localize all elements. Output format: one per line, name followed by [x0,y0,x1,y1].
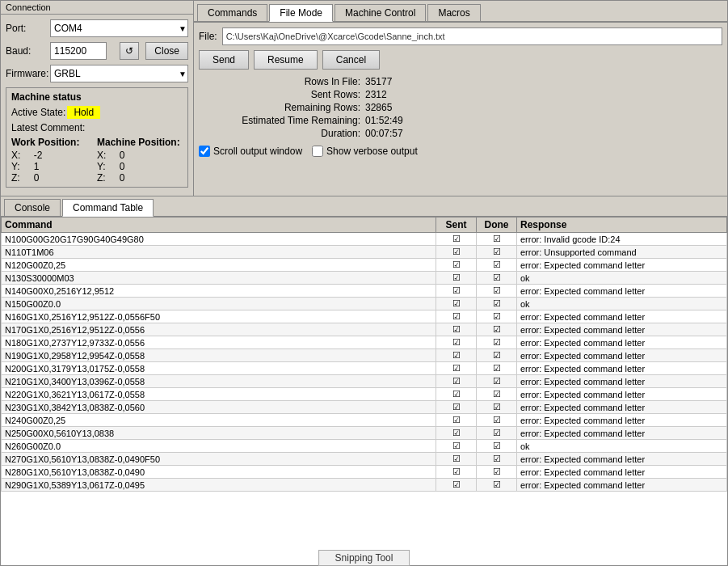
firmware-row: Firmware: GRBL ▼ [6,65,188,82]
cancel-button[interactable]: Cancel [322,50,380,70]
tab-console[interactable]: Console [4,199,61,216]
machine-z-label: Z: [97,172,120,184]
cell-response: error: Expected command letter [517,401,727,414]
cell-done: ☑ [477,427,517,440]
machine-z-value: 0 [120,172,183,184]
cell-response: error: Expected command letter [517,375,727,388]
cell-done: ☑ [477,479,517,492]
connection-title: Connection [1,1,193,15]
cell-response: error: Expected command letter [517,427,727,440]
table-row: N140G00X0,2516Y12,9512 ☑ ☑ error: Expect… [2,285,727,298]
cell-command: N200G1X0,3179Y13,0175Z-0,0558 [2,362,436,375]
table-row: N190G1X0,2958Y12,9954Z-0,0558 ☑ ☑ error:… [2,349,727,362]
left-panel: Connection Port: COM4 ▼ Baud: ↺ Close [0,0,194,196]
cell-sent: ☑ [436,323,477,336]
sent-rows-value: 2312 [365,89,387,100]
cell-done: ☑ [477,453,517,466]
send-button[interactable]: Send [199,50,249,70]
tab-macros[interactable]: Macros [427,4,480,21]
cell-response: error: Expected command letter [517,453,727,466]
work-x-label: X: [11,150,34,161]
cell-command: N280G1X0,5610Y13,0838Z-0,0490 [2,466,436,479]
refresh-button[interactable]: ↺ [120,42,139,60]
estimated-time-value: 01:52:49 [365,115,403,126]
port-label: Port: [6,23,50,34]
cell-command: N260G00Z0.0 [2,440,436,453]
cell-sent: ☑ [436,466,477,479]
command-table: Command Sent Done Response N100G00G20G17… [1,217,727,492]
cell-command: N240G00Z0,25 [2,414,436,427]
scroll-output-checkbox[interactable] [199,146,210,157]
table-row: N200G1X0,3179Y13,0175Z-0,0558 ☑ ☑ error:… [2,362,727,375]
tab-file-mode[interactable]: File Mode [269,4,333,22]
resume-button[interactable]: Resume [254,50,318,70]
table-row: N160G1X0,2516Y12,9512Z-0,0556F50 ☑ ☑ err… [2,310,727,323]
table-row: N100G00G20G17G90G40G49G80 ☑ ☑ error: Inv… [2,233,727,246]
table-row: N220G1X0,3621Y13,0617Z-0,0558 ☑ ☑ error:… [2,388,727,401]
cell-sent: ☑ [436,375,477,388]
rows-in-file-row: Rows In File: 35177 [199,76,722,87]
cell-sent: ☑ [436,285,477,298]
port-select[interactable]: COM4 [50,19,188,37]
cell-done: ☑ [477,272,517,285]
tab-command-table[interactable]: Command Table [62,199,154,217]
cell-done: ☑ [477,414,517,427]
stats-grid: Rows In File: 35177 Sent Rows: 2312 Rema… [199,76,722,139]
cell-command: N170G1X0,2516Y12,9512Z-0,0556 [2,323,436,336]
work-position-header: Work Position: [11,137,97,148]
cell-response: error: Expected command letter [517,285,727,298]
port-select-wrapper: COM4 ▼ [50,19,188,37]
cell-done: ☑ [477,362,517,375]
col-command: Command [2,218,436,233]
cell-response: error: Expected command letter [517,259,727,272]
command-table-container[interactable]: Command Sent Done Response N100G00G20G17… [1,217,727,565]
remaining-rows-row: Remaining Rows: 32865 [199,102,722,113]
duration-row: Duration: 00:07:57 [199,128,722,139]
cell-sent: ☑ [436,388,477,401]
close-button[interactable]: Close [145,42,188,60]
cell-command: N210G1X0,3400Y13,0396Z-0,0558 [2,375,436,388]
table-row: N280G1X0,5610Y13,0838Z-0,0490 ☑ ☑ error:… [2,466,727,479]
firmware-select[interactable]: GRBL [50,65,188,82]
positions-header: Work Position: Machine Position: [11,137,183,148]
baud-input[interactable] [50,42,107,60]
cell-sent: ☑ [436,479,477,492]
work-y-label: Y: [11,161,34,172]
cell-sent: ☑ [436,349,477,362]
y-position-row: Y: 1 Y: 0 [11,161,183,172]
active-state-value: Hold [67,106,100,119]
file-path-input[interactable] [222,27,722,45]
connection-content: Port: COM4 ▼ Baud: ↺ Close Firmware: [1,15,193,196]
cell-response: error: Unsupported command [517,246,727,259]
machine-status-title: Machine status [11,91,183,103]
scroll-output-checkbox-label[interactable]: Scroll output window [199,146,302,157]
show-verbose-text: Show verbose output [326,146,418,157]
tab-machine-control[interactable]: Machine Control [335,4,426,21]
command-table-body: N100G00G20G17G90G40G49G80 ☑ ☑ error: Inv… [2,233,727,492]
table-row: N170G1X0,2516Y12,9512Z-0,0556 ☑ ☑ error:… [2,323,727,336]
table-row: N150G00Z0.0 ☑ ☑ ok [2,298,727,310]
cell-done: ☑ [477,388,517,401]
work-x-value: -2 [34,150,97,161]
cell-command: N140G00X0,2516Y12,9512 [2,285,436,298]
col-response: Response [517,218,727,233]
table-row: N180G1X0,2737Y12,9733Z-0,0556 ☑ ☑ error:… [2,336,727,349]
duration-label: Duration: [199,128,360,139]
cell-sent: ☑ [436,362,477,375]
cell-command: N230G1X0,3842Y13,0838Z-0,0560 [2,401,436,414]
cell-done: ☑ [477,285,517,298]
show-verbose-checkbox-label[interactable]: Show verbose output [312,146,418,157]
show-verbose-checkbox[interactable] [312,146,323,157]
work-z-label: Z: [11,172,34,184]
cell-response: error: Expected command letter [517,479,727,492]
bottom-tab-bar: Console Command Table [1,196,727,217]
top-section: Connection Port: COM4 ▼ Baud: ↺ Close [0,0,728,196]
cell-response: error: Expected command letter [517,362,727,375]
cell-done: ☑ [477,440,517,453]
active-state-label: Active State: [11,107,65,118]
x-position-row: X: -2 X: 0 [11,150,183,161]
cell-sent: ☑ [436,298,477,310]
baud-row: Baud: ↺ Close [6,42,188,60]
tab-commands[interactable]: Commands [197,4,267,21]
cell-command: N120G00Z0,25 [2,259,436,272]
